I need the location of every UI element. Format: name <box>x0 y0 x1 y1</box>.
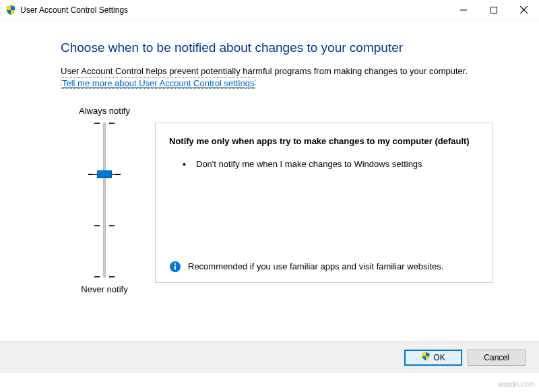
maximize-button[interactable] <box>478 0 509 20</box>
slider-tick <box>94 225 115 226</box>
close-button[interactable] <box>509 0 539 20</box>
svg-rect-1 <box>490 7 497 13</box>
notification-bullet-list: Don't notify me when I make changes to W… <box>169 158 479 170</box>
content-area: Choose when to be notified about changes… <box>0 20 539 294</box>
learn-more-link[interactable]: Tell me more about User Account Control … <box>61 77 255 89</box>
slider-tick <box>94 276 115 277</box>
window-controls <box>448 0 539 20</box>
svg-rect-6 <box>175 265 176 269</box>
window-title: User Account Control Settings <box>20 5 448 15</box>
notification-bullet: Don't notify me when I make changes to W… <box>185 158 479 170</box>
slider-label-bottom: Never notify <box>81 284 127 294</box>
uac-shield-icon <box>421 352 431 363</box>
dialog-footer: OK Cancel <box>0 341 539 373</box>
cancel-button[interactable]: Cancel <box>468 350 526 366</box>
uac-shield-icon <box>5 5 16 15</box>
notification-description-box: Notify me only when apps try to make cha… <box>155 123 493 283</box>
slider-column: Always notify Never notify <box>61 106 148 294</box>
notification-title: Notify me only when apps try to make cha… <box>169 135 479 148</box>
slider-thumb-mark <box>88 174 94 175</box>
slider-thumb-mark <box>115 174 121 175</box>
title-bar: User Account Control Settings <box>0 0 539 20</box>
info-icon <box>169 261 181 273</box>
ok-button[interactable]: OK <box>404 350 462 366</box>
page-description: User Account Control helps prevent poten… <box>61 66 512 76</box>
svg-point-5 <box>175 263 176 265</box>
slider-thumb[interactable] <box>97 170 112 178</box>
watermark: wsxdn.com <box>498 380 535 388</box>
minimize-button[interactable] <box>448 0 478 20</box>
notification-slider[interactable] <box>84 123 125 277</box>
recommendation-text: Recommended if you use familiar apps and… <box>188 261 443 273</box>
slider-tick <box>94 123 115 124</box>
slider-track <box>103 123 106 277</box>
cancel-button-label: Cancel <box>484 353 509 362</box>
ok-button-label: OK <box>433 353 445 362</box>
page-heading: Choose when to be notified about changes… <box>61 40 512 55</box>
slider-area: Always notify Never notify Notify me onl… <box>61 106 512 294</box>
recommendation-row: Recommended if you use familiar apps and… <box>169 261 479 273</box>
slider-label-top: Always notify <box>79 106 130 116</box>
